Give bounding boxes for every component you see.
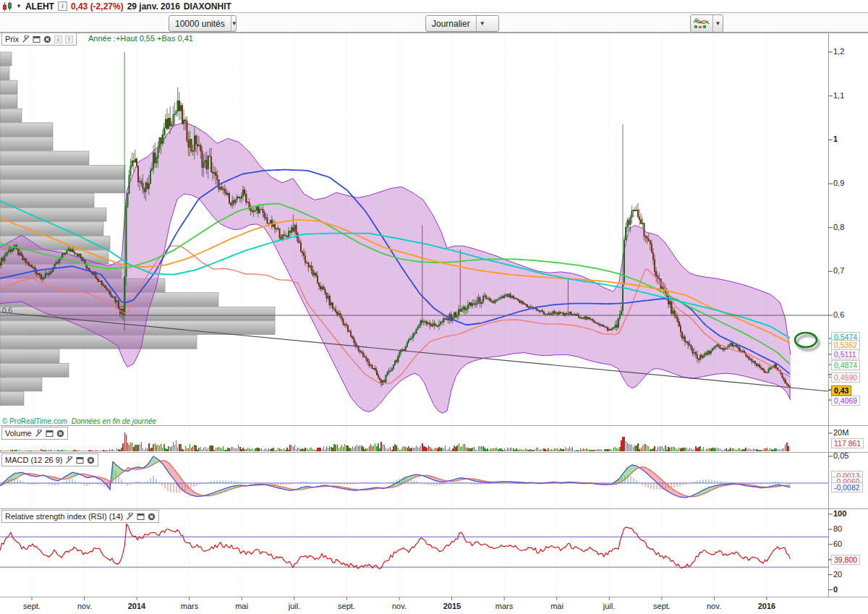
end-of-day-note: Données en fin de journée (72, 417, 156, 425)
price-tick-label: 1 (833, 135, 838, 143)
units-dropdown-caret-icon[interactable]: ▼ (231, 16, 237, 31)
price-tick-label: 0,9 (833, 179, 844, 187)
month-axis-label: 2014 (121, 602, 153, 610)
wrench-icon[interactable] (126, 513, 134, 521)
month-axis-label: nov. (383, 602, 415, 610)
price-tick-label: 0,6 (833, 310, 844, 319)
price-panel-header: Prix (1, 33, 77, 46)
last-price-label: 0,43 (831, 385, 851, 396)
macd-value-label: -0,0082 (831, 482, 863, 493)
indicator-value-label: 0,5362 (831, 340, 860, 350)
period-dropdown[interactable]: Journalier ▼ (425, 15, 499, 32)
month-axis-label: mars (488, 602, 520, 610)
month-axis-label: mai (541, 602, 573, 610)
rsi-tick-label: 100 (833, 509, 846, 518)
year-high-low-stats: Année :+Haut 0,55 +Bas 0,41 (88, 34, 193, 43)
macd-panel-header: MACD (12 26 9) (1, 453, 98, 466)
rsi-panel-header: Relative strength index (RSI) (14) (1, 510, 159, 523)
month-axis-label: mai (226, 602, 258, 610)
toolbar: 10000 unités ▼ Journalier ▼ ▼ (0, 13, 868, 33)
close-icon[interactable] (43, 35, 51, 43)
hline-value-label: 0,6 (2, 307, 12, 315)
macd-scale-label: 0,05 (833, 451, 848, 460)
indicator-value-label: 0,4069 (831, 396, 860, 406)
copyright-note: © ProRealTime.comDonnées en fin de journ… (2, 417, 156, 425)
month-axis-label: 2015 (436, 602, 468, 610)
wrench-icon[interactable] (65, 456, 73, 464)
move-down-icon[interactable] (54, 35, 62, 43)
indicator-value-label: 0,4874 (831, 360, 860, 370)
rsi-tick-label: 80 (833, 524, 842, 533)
trading-app-window: ▼ ALEHT i 0,43 (-2,27%) 29 janv. 2016 DI… (0, 0, 868, 614)
price-tick-label: 0,7 (833, 266, 844, 275)
window-icon[interactable] (137, 513, 145, 521)
chart-type-caret-icon[interactable]: ▼ (712, 15, 723, 32)
window-icon[interactable] (33, 35, 41, 43)
price-tick-label: 1,1 (833, 91, 844, 100)
volume-max-label: 20M (833, 428, 848, 437)
period-dropdown-caret-icon[interactable]: ▼ (476, 16, 488, 31)
month-axis-label: sept. (331, 602, 362, 610)
info-icon[interactable]: i (58, 1, 67, 11)
volume-last-label: 117 861 (831, 438, 864, 448)
prorealtime-brand: © ProRealTime.com (2, 417, 67, 425)
quote-date: 29 janv. 2016 (127, 1, 180, 12)
units-dropdown[interactable]: 10000 unités ▼ (169, 15, 237, 32)
period-dropdown-value: Journalier (426, 19, 476, 29)
candlestick-logo-icon (2, 1, 12, 12)
exchange-label: DIAXONHIT (184, 1, 231, 12)
price-tick-label: 0,8 (833, 223, 844, 231)
quote-bar: ▼ ALEHT i 0,43 (-2,27%) 29 janv. 2016 DI… (0, 0, 868, 13)
chart-type-icon (691, 17, 712, 30)
month-axis-label: nov. (69, 602, 101, 610)
indicator-value-label: 0,5111 (831, 349, 859, 359)
close-icon[interactable] (87, 456, 95, 464)
rsi-last-label: 39,800 (831, 555, 860, 565)
close-icon[interactable] (148, 513, 156, 521)
volume-panel-title: Volume (5, 429, 32, 438)
macd-panel-title: MACD (12 26 9) (5, 456, 62, 464)
window-icon[interactable] (46, 430, 54, 438)
indicator-value-label: 0,4590 (831, 372, 860, 383)
month-axis-label: sept. (16, 602, 48, 610)
rsi-panel-title: Relative strength index (RSI) (14) (5, 512, 123, 521)
symbol-label: ALEHT (25, 1, 54, 12)
last-price: 0,43 (-2,27%) (71, 1, 124, 12)
price-panel-title: Prix (5, 35, 19, 43)
month-axis-label: nov. (698, 602, 730, 610)
rsi-tick-label: 20 (833, 570, 842, 579)
month-axis-label: juil. (278, 602, 310, 610)
rsi-tick-label: 60 (833, 540, 842, 548)
wrench-icon[interactable] (35, 430, 43, 438)
month-axis-label: mars (174, 602, 205, 610)
units-dropdown-value: 10000 unités (169, 19, 231, 29)
price-tick-label: 1,2 (833, 47, 844, 56)
move-up-icon[interactable] (65, 35, 73, 43)
month-axis-label: juil. (593, 602, 625, 610)
month-axis-label: 2016 (751, 602, 783, 610)
chart-type-button[interactable]: ▼ (690, 14, 723, 33)
wrench-icon[interactable] (22, 35, 30, 43)
close-icon[interactable] (56, 430, 64, 438)
symbol-dropdown-caret[interactable]: ▼ (16, 3, 22, 9)
month-axis-label: sept. (646, 602, 678, 610)
rsi-tick-label: 0 (833, 585, 838, 594)
volume-panel-header: Volume (1, 427, 68, 440)
window-icon[interactable] (76, 456, 84, 464)
